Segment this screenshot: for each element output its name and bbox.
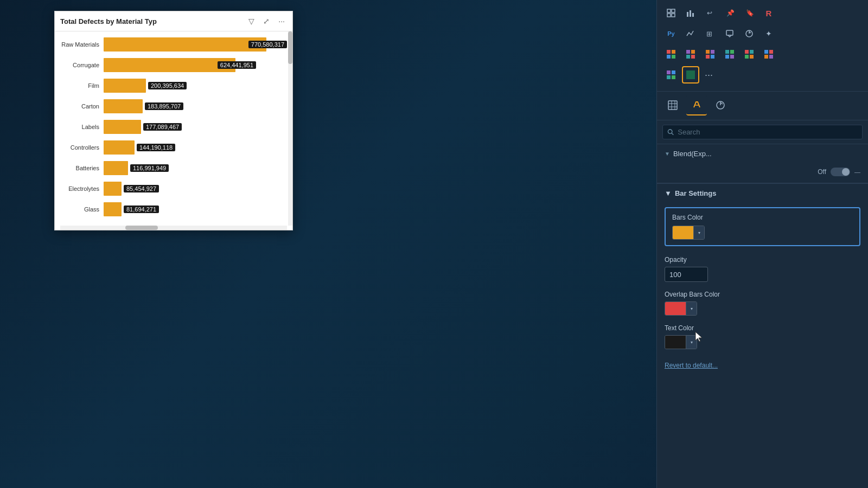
chart-titlebar: Total Defects by Material Typ ▽ ⤢ ···: [55, 11, 292, 31]
bar-container: 200,395,634: [104, 79, 289, 93]
icon-row3-1[interactable]: [662, 46, 680, 63]
svg-rect-37: [667, 70, 671, 74]
svg-rect-21: [706, 50, 710, 54]
bar-container: 183,895,707: [104, 99, 289, 113]
svg-rect-27: [725, 55, 729, 59]
svg-rect-30: [750, 50, 754, 54]
bar-value: 85,454,927: [124, 185, 159, 192]
blend-toggle[interactable]: Off —: [818, 168, 860, 176]
search-input[interactable]: [678, 128, 858, 136]
line-chart-btn[interactable]: [682, 25, 699, 42]
analytics-format-btn[interactable]: [710, 95, 731, 115]
right-panel: ↩ 📌 🔖 R Py ⊞ ✦: [656, 0, 868, 488]
text-color-section: Text Color ▾: [657, 321, 868, 355]
svg-rect-34: [769, 50, 773, 54]
pin-icon-btn[interactable]: 📌: [721, 4, 738, 22]
bar-fill: [104, 182, 122, 196]
icon-row3-5[interactable]: [741, 46, 758, 63]
icon-row4-2[interactable]: [682, 66, 699, 84]
overlap-color-picker[interactable]: ▾: [665, 301, 697, 316]
text-color-picker[interactable]: ▾: [665, 335, 697, 349]
icon-row3-4[interactable]: [721, 46, 738, 63]
svg-rect-29: [745, 50, 749, 54]
chart-title: Total Defects by Material Typ: [60, 17, 242, 25]
bar-row: Labels177,089,467: [55, 118, 289, 136]
filter-icon[interactable]: ▽: [246, 16, 257, 27]
icon-row3-6[interactable]: [760, 46, 777, 63]
bar-settings-header[interactable]: ▼ Bar Settings: [657, 183, 868, 203]
svg-rect-42: [668, 101, 677, 110]
bars-color-title: Bars Color: [672, 214, 853, 221]
toggle-track[interactable]: [831, 168, 850, 176]
chart-panel: Total Defects by Material Typ ▽ ⤢ ··· Ra…: [54, 11, 293, 230]
r-text-btn[interactable]: R: [760, 4, 777, 22]
bar-row: Glass81,694,271: [55, 201, 289, 218]
svg-line-50: [672, 133, 673, 134]
svg-text:📌: 📌: [726, 9, 734, 17]
svg-rect-31: [745, 55, 749, 59]
blend-section-header[interactable]: ▼ Blend(Exp...: [657, 144, 868, 163]
toggle-dash: —: [854, 169, 860, 175]
table-icon-btn[interactable]: [662, 4, 680, 22]
revert-button[interactable]: Revert to default...: [665, 362, 718, 369]
py-btn[interactable]: Py: [662, 25, 680, 42]
comment-btn[interactable]: [721, 25, 738, 42]
bar-value: 177,089,467: [143, 123, 182, 131]
svg-rect-6: [692, 13, 694, 17]
chart-hscrollbar[interactable]: [60, 226, 287, 230]
revert-row: Revert to default...: [657, 355, 868, 375]
paint-format-btn[interactable]: [686, 95, 707, 115]
overlap-section: Overlap Bars Color ▾: [657, 287, 868, 321]
bar-fill: [104, 120, 141, 134]
scatter-btn[interactable]: ⊞: [701, 25, 719, 42]
bar-value: 624,441,951: [218, 61, 256, 69]
expand-icon[interactable]: ⤢: [261, 16, 272, 27]
bar-value: 770,580,317: [248, 41, 287, 48]
bar-label: Film: [55, 82, 104, 89]
svg-rect-32: [750, 55, 754, 59]
blend-chevron: ▼: [665, 151, 670, 157]
icon-row-1: ↩ 📌 🔖 R: [662, 4, 863, 22]
chart-scrollbar-thumb: [288, 31, 292, 64]
bar-chart-icon-btn[interactable]: [682, 4, 699, 22]
icon-row-2: Py ⊞ ✦: [662, 25, 863, 42]
svg-rect-26: [730, 50, 734, 54]
arrow-icon-btn[interactable]: ↩: [701, 4, 719, 22]
icon-row3-2[interactable]: [682, 46, 699, 63]
svg-rect-1: [672, 9, 675, 12]
svg-rect-38: [672, 70, 675, 74]
blend-off-label: Off: [818, 168, 826, 176]
bookmark-icon-btn[interactable]: 🔖: [741, 4, 758, 22]
blend-label: Blend(Exp...: [673, 150, 712, 158]
icon-row4-1[interactable]: [662, 66, 680, 84]
opacity-input[interactable]: [665, 268, 708, 281]
bar-fill: [104, 99, 143, 113]
icon-row3-3[interactable]: [701, 46, 719, 63]
format-tools-row: [657, 92, 868, 120]
sparkle-btn[interactable]: ✦: [760, 25, 777, 42]
svg-rect-2: [667, 14, 671, 17]
svg-rect-19: [686, 55, 690, 59]
icon-row-4: ···: [662, 66, 863, 84]
svg-rect-17: [686, 50, 690, 54]
svg-rect-15: [667, 55, 671, 59]
bar-container: 144,190,118: [104, 140, 289, 155]
bar-label: Labels: [55, 124, 104, 130]
table-format-btn[interactable]: [662, 95, 683, 115]
more-icon[interactable]: ···: [276, 16, 287, 27]
svg-rect-0: [667, 9, 671, 12]
svg-rect-25: [725, 50, 729, 54]
bar-value: 81,694,271: [124, 206, 159, 213]
icon-row-3: [662, 46, 863, 63]
analytics-btn[interactable]: [741, 25, 758, 42]
svg-rect-16: [672, 55, 675, 59]
more-dots-label: ···: [701, 68, 716, 82]
bar-row: Carton183,895,707: [55, 98, 289, 115]
svg-rect-33: [764, 50, 768, 54]
bar-value: 144,190,118: [137, 144, 175, 151]
bar-label: Controllers: [55, 144, 104, 151]
svg-rect-39: [667, 75, 671, 79]
chart-scrollbar[interactable]: [288, 31, 292, 226]
svg-rect-41: [686, 70, 695, 79]
bars-color-picker[interactable]: ▾: [672, 226, 705, 240]
